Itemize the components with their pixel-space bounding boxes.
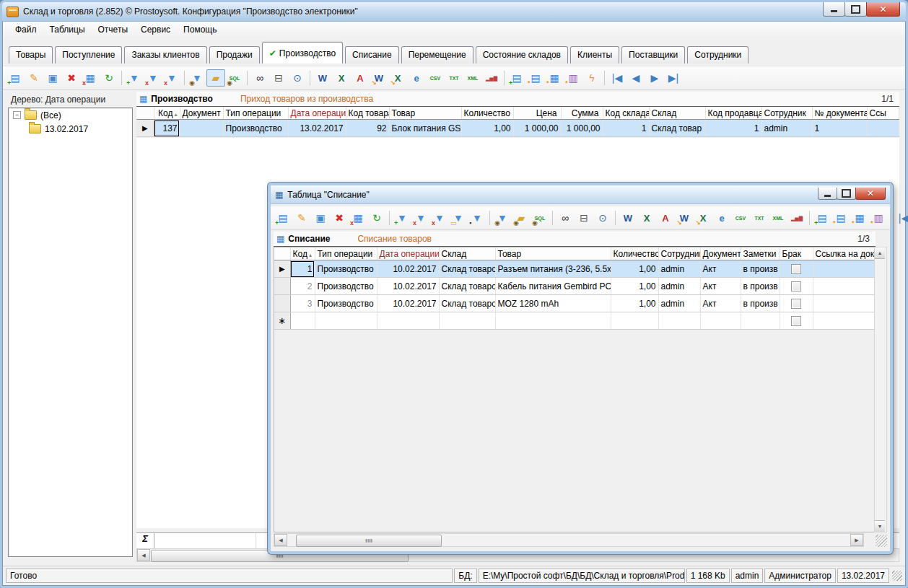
nav-last-icon[interactable]: ▶| [664,69,683,87]
child-title-bar[interactable]: ▦ Таблица "Списание" ✕ [271,185,890,204]
cell-code[interactable] [290,312,315,330]
filter-add-icon[interactable]: ▼+ [125,69,144,87]
cell-qty[interactable] [611,312,658,330]
tab-tovary[interactable]: Товары [9,46,53,63]
col-kod[interactable]: Код▴ [290,247,315,260]
scroll-left-icon[interactable]: ◀ [274,534,287,546]
menu-item[interactable]: Помощь [177,23,223,36]
export-xml-icon[interactable]: XML [463,69,482,87]
export-csv-icon[interactable]: CSV [731,209,750,227]
cell-opdate[interactable]: 13.02.2017 [288,120,346,137]
cell-qty[interactable]: 1,00 [611,295,658,312]
maximize-button[interactable] [844,2,867,17]
send-excel-icon[interactable]: X↘ [694,209,712,227]
export-txt-icon[interactable]: TXT [750,209,769,227]
checkbox-unchecked-icon[interactable] [791,281,801,291]
filter-view-icon[interactable]: ▼◉ [188,69,206,87]
child-minimize-button[interactable] [818,188,837,200]
filter-clear-all-icon[interactable]: ▼x [430,209,449,227]
col-tip-operacii[interactable]: Тип операции [223,107,288,120]
child-vertical-scrollbar[interactable]: ▲ ▼ [874,247,887,532]
tab-peremeshchenie[interactable]: Перемещение [401,46,473,63]
cell-defect[interactable] [780,312,813,330]
sql-view-icon[interactable]: SQL◉ [225,69,244,87]
filter-view-icon[interactable]: ▼◉ [493,209,512,227]
child-close-button[interactable]: ✕ [855,188,886,200]
cell-ref[interactable] [813,260,875,278]
refresh-icon[interactable]: ↻ [100,69,118,87]
cell-notes[interactable] [741,312,780,330]
cell-item[interactable] [495,312,611,330]
cell-opdate[interactable] [377,312,439,330]
cell-item-code[interactable]: 92 [346,120,389,137]
export-word-icon[interactable]: W [313,69,332,87]
cell-employee[interactable]: admin [658,278,700,295]
print-preview-icon[interactable]: ⊙ [593,209,612,227]
nav-prev-icon[interactable]: ◀ [627,69,645,87]
cell-employee[interactable]: admin [761,120,812,137]
chart-icon[interactable]: ▂▅▇ [787,209,806,227]
col-data-operacii[interactable]: Дата операции [288,107,346,120]
scroll-down-icon[interactable]: ▼ [875,520,885,532]
filter-delete-icon[interactable]: ▼x [411,209,430,227]
edit-record-icon[interactable]: ✎ [25,69,43,87]
cell-warehouse-code[interactable]: 1 [603,120,649,137]
new-row[interactable]: ∗ [274,312,875,330]
cell-qty[interactable]: 1,00 [611,260,658,278]
tree-panel-icon[interactable]: ▰◉ [512,209,531,227]
print-icon[interactable]: ⊟ [575,209,593,227]
checkbox-unchecked-icon[interactable] [791,299,801,309]
tab-klienty[interactable]: Клиенты [570,46,619,63]
cell-code[interactable]: 137 [154,120,180,137]
export-word-icon[interactable]: W [619,209,637,227]
table-settings-icon[interactable]: ▦* [850,209,869,227]
tab-prodazhi[interactable]: Продажи [209,46,260,63]
cell-ref[interactable] [867,120,899,137]
cell-document[interactable] [180,120,223,137]
tab-sotrudniki[interactable]: Сотрудники [687,46,748,63]
cell-warehouse[interactable]: Склад товаров [439,260,495,278]
cell-opdate[interactable]: 10.02.2017 [377,278,439,295]
table-row[interactable]: ▶ 1 Производство 10.02.2017 Склад товаро… [274,260,875,278]
col-ssylka[interactable]: Ссы [867,107,899,120]
cell-item[interactable]: Кабель питания Gembird PC-186, 1.8 [495,278,611,295]
scroll-up-icon[interactable]: ▲ [875,247,885,259]
col-marker[interactable] [136,107,154,120]
col-kolichestvo[interactable]: Количество [461,107,513,120]
cell-warehouse[interactable]: Склад товар [649,120,705,137]
tab-postavshchiki[interactable]: Поставщики [621,46,685,63]
tab-spisanie[interactable]: Списание [345,46,399,63]
nav-next-icon[interactable]: ▶ [645,69,664,87]
sql-view-icon[interactable]: SQL◉ [531,209,549,227]
add-record-icon[interactable]: ▤+ [274,209,292,227]
col-zametki[interactable]: Заметки [741,247,780,260]
col-sotrudnik[interactable]: Сотрудник [658,247,700,260]
form-settings-icon[interactable]: ▥* [564,69,582,87]
add-by-template-icon[interactable]: ▤+ [813,209,831,227]
cell-opdate[interactable]: 10.02.2017 [377,295,439,312]
delete-record-icon[interactable]: ✖ [330,209,349,227]
tree-node-date[interactable]: 13.02.2017 [9,122,132,136]
col-marker[interactable] [274,247,290,260]
checkbox-unchecked-icon[interactable] [791,264,801,274]
nav-first-icon[interactable]: |◀ [894,209,908,227]
menu-item[interactable]: Таблицы [43,23,92,36]
cell-doc-number[interactable]: 1 [812,120,867,137]
col-data-operacii[interactable]: Дата операции [377,247,439,260]
cell-document[interactable] [700,312,741,330]
copy-record-icon[interactable]: ▣ [311,209,330,227]
form-settings-icon[interactable]: ▥* [869,209,888,227]
cell-code[interactable]: 3 [290,295,315,312]
filter-delete-icon[interactable]: ▼x [144,69,162,87]
col-sotrudnik[interactable]: Сотрудник [761,107,812,120]
delete-table-records-icon[interactable]: ▦x [81,69,100,87]
col-sklad[interactable]: Склад [439,247,495,260]
cell-seller-code[interactable]: 1 [705,120,761,137]
menu-item[interactable]: Файл [9,23,43,36]
table-row[interactable]: 3 Производство 10.02.2017 Склад товаров … [274,295,875,312]
filter-add-icon[interactable]: ▼+ [393,209,411,227]
cell-optype[interactable]: Производство [315,278,377,295]
export-html-icon[interactable]: e [407,69,426,87]
table-row[interactable]: ▶ 137 Производство 13.02.2017 92 Блок пи… [136,120,899,137]
resize-grip[interactable] [876,535,887,547]
